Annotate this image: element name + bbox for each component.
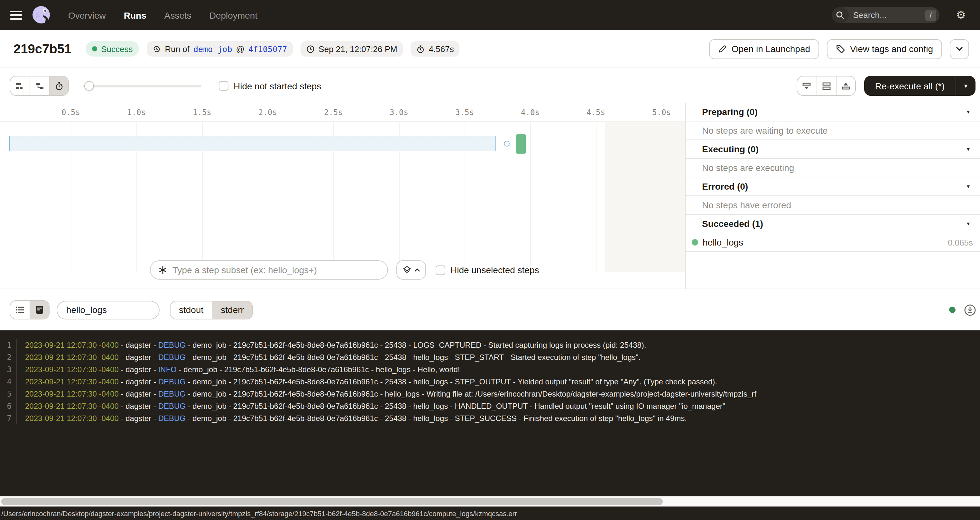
timeline-tick-label: 4.0s bbox=[521, 108, 539, 117]
chevron-up-icon bbox=[414, 268, 420, 272]
dagster-logo-icon[interactable] bbox=[31, 4, 53, 26]
expand-bottom-panel-button[interactable] bbox=[836, 76, 855, 95]
start-time-tag: Sep 21, 12:07:26 PM bbox=[301, 41, 403, 57]
step-status-panel: Preparing (0)▾No steps are waiting to ex… bbox=[685, 103, 980, 289]
step-section-title: Executing (0) bbox=[702, 144, 967, 154]
collapse-top-panel-button[interactable] bbox=[797, 76, 816, 95]
pencil-icon bbox=[718, 45, 727, 53]
log-level: DEBUG bbox=[158, 414, 186, 423]
settings-gear-icon[interactable]: ⚙ bbox=[956, 10, 966, 21]
scrollbar-thumb[interactable] bbox=[1, 498, 663, 505]
nav-link-assets[interactable]: Assets bbox=[164, 10, 191, 20]
stopwatch-icon bbox=[417, 45, 425, 53]
search-icon bbox=[832, 7, 849, 23]
tab-stderr[interactable]: stderr bbox=[212, 301, 252, 319]
log-status-dot bbox=[949, 307, 956, 313]
nav-link-runs[interactable]: Runs bbox=[124, 10, 146, 20]
step-section-empty-text: No steps have errored bbox=[686, 196, 980, 215]
log-line: 52023-09-21 12:07:30 -0400 - dagster - D… bbox=[0, 388, 980, 400]
gantt-step-bar-hello_logs[interactable] bbox=[516, 134, 525, 154]
op-selector-icon bbox=[158, 265, 167, 274]
view-tags-config-label: View tags and config bbox=[850, 44, 933, 54]
search-shortcut-badge: / bbox=[925, 10, 936, 21]
timed-view-button[interactable] bbox=[49, 76, 68, 95]
run-of-prefix: Run of bbox=[165, 44, 189, 54]
gantt-zoom-slider[interactable] bbox=[83, 76, 201, 96]
gantt-marker-circle bbox=[504, 141, 510, 147]
log-logger: - dagster - bbox=[119, 401, 158, 411]
log-path-statusbar: /Users/erincochran/Desktop/dagster-examp… bbox=[0, 506, 980, 520]
log-message: - demo_job - 219c7b51-b62f-4e5b-8de8-0e7… bbox=[186, 340, 646, 349]
log-message: - demo_job - 219c7b51-b62f-4e5b-8de8-0e7… bbox=[177, 365, 460, 374]
log-message: - demo_job - 219c7b51-b62f-4e5b-8de8-0e7… bbox=[186, 353, 641, 361]
log-logger: - dagster - bbox=[119, 377, 158, 386]
step-section-header[interactable]: Executing (0)▾ bbox=[686, 140, 980, 159]
log-message: - demo_job - 219c7b51-b62f-4e5b-8de8-0e7… bbox=[186, 401, 725, 411]
log-logger: - dagster - bbox=[119, 365, 158, 374]
hide-unselected-label: Hide unselected steps bbox=[450, 265, 539, 275]
log-line-text: 2023-09-21 12:07:30 -0400 - dagster - DE… bbox=[25, 377, 717, 386]
log-timestamp: 2023-09-21 12:07:30 -0400 bbox=[25, 389, 119, 398]
succeeded-step-row[interactable]: hello_logs0.065s bbox=[686, 233, 980, 252]
gantt-section: 0.5s1.0s1.5s2.0s2.5s3.0s3.5s4.0s4.5s5.0s… bbox=[0, 103, 980, 289]
step-section-header[interactable]: Errored (0)▾ bbox=[686, 178, 980, 196]
waterfall-view-button[interactable] bbox=[30, 76, 49, 95]
log-line: 42023-09-21 12:07:30 -0400 - dagster - D… bbox=[0, 376, 980, 388]
log-line-text: 2023-09-21 12:07:30 -0400 - dagster - DE… bbox=[25, 340, 646, 349]
step-subset-input[interactable]: Type a step subset (ex: hello_logs+) bbox=[150, 260, 388, 280]
timeline-gridline bbox=[596, 122, 597, 272]
log-timestamp: 2023-09-21 12:07:30 -0400 bbox=[25, 340, 119, 349]
hide-unselected-checkbox[interactable] bbox=[436, 265, 445, 275]
structured-log-view-button[interactable] bbox=[10, 301, 30, 319]
slider-knob[interactable] bbox=[84, 81, 94, 90]
tag-icon bbox=[836, 44, 845, 53]
step-section-header[interactable]: Preparing (0)▾ bbox=[686, 103, 980, 122]
download-log-button[interactable] bbox=[964, 304, 976, 316]
search-input[interactable]: Search... / bbox=[832, 7, 939, 23]
open-in-launchpad-button[interactable]: Open in Launchpad bbox=[709, 39, 819, 59]
log-view-mode-group bbox=[10, 300, 49, 319]
chevron-down-icon bbox=[956, 46, 963, 51]
step-section-header[interactable]: Succeeded (1)▾ bbox=[686, 215, 980, 233]
view-tags-config-button[interactable]: View tags and config bbox=[827, 39, 942, 59]
log-line-number: 5 bbox=[0, 388, 17, 400]
status-label: Success bbox=[101, 44, 132, 54]
log-step-selector[interactable]: hello_logs bbox=[57, 301, 159, 319]
raw-log-view-button[interactable] bbox=[30, 301, 49, 319]
log-line: 72023-09-21 12:07:30 -0400 - dagster - D… bbox=[0, 412, 980, 424]
run-of-tag: Run of demo_job @ 4f105077 bbox=[147, 41, 293, 57]
log-logger: - dagster - bbox=[119, 340, 158, 349]
timeline-tick-label: 1.0s bbox=[127, 108, 146, 117]
slider-track bbox=[83, 85, 201, 87]
gantt-toolbar: Hide not started steps Re-execute all (*… bbox=[0, 69, 980, 103]
hide-not-started-checkbox[interactable] bbox=[219, 81, 228, 90]
log-level: DEBUG bbox=[158, 389, 186, 398]
run-more-actions-button[interactable] bbox=[950, 39, 969, 59]
flat-view-button[interactable] bbox=[10, 76, 30, 95]
hide-not-started-label: Hide not started steps bbox=[234, 81, 321, 91]
log-line-text: 2023-09-21 12:07:30 -0400 - dagster - DE… bbox=[25, 414, 687, 423]
hamburger-menu-icon[interactable] bbox=[10, 11, 22, 20]
reexecute-dropdown-button[interactable]: ▾ bbox=[956, 76, 975, 96]
reexecute-all-button[interactable]: Re-execute all (*) bbox=[864, 76, 956, 96]
nav-link-deployment[interactable]: Deployment bbox=[210, 10, 258, 20]
log-line-number: 3 bbox=[0, 363, 17, 376]
log-file-path: /Users/erincochran/Desktop/dagster-examp… bbox=[1, 509, 517, 517]
step-name: hello_logs bbox=[703, 237, 948, 247]
log-line-number: 4 bbox=[0, 376, 17, 388]
log-message: - demo_job - 219c7b51-b62f-4e5b-8de8-0e7… bbox=[186, 377, 717, 386]
log-timestamp: 2023-09-21 12:07:30 -0400 bbox=[25, 365, 119, 374]
nav-link-overview[interactable]: Overview bbox=[68, 10, 106, 20]
log-line-text: 2023-09-21 12:07:30 -0400 - dagster - DE… bbox=[25, 353, 641, 361]
log-line: 12023-09-21 12:07:30 -0400 - dagster - D… bbox=[0, 339, 980, 351]
section-collapse-caret-icon: ▾ bbox=[967, 220, 970, 227]
run-id-title: 219c7b51 bbox=[14, 41, 72, 56]
split-panels-button[interactable] bbox=[816, 76, 836, 95]
step-subset-row: Type a step subset (ex: hello_logs+) Hid… bbox=[150, 260, 539, 280]
job-name-link[interactable]: demo_job bbox=[193, 44, 232, 54]
duration-label: 4.567s bbox=[429, 44, 454, 54]
snapshot-id-link[interactable]: 4f105077 bbox=[248, 44, 287, 54]
timeline-tick-label: 0.5s bbox=[62, 108, 80, 117]
tab-stdout[interactable]: stdout bbox=[170, 301, 212, 319]
graph-query-presets-button[interactable] bbox=[396, 260, 426, 280]
